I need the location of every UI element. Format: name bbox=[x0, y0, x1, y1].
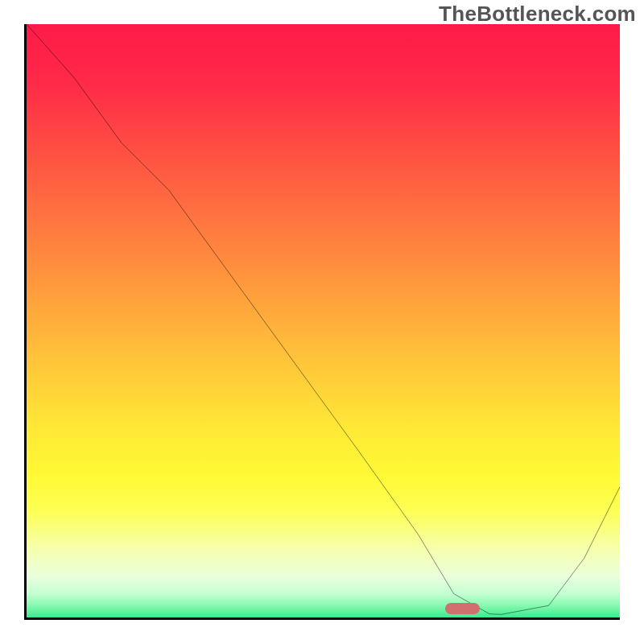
curve-path bbox=[27, 24, 620, 614]
optimal-marker bbox=[445, 603, 480, 614]
watermark-text: TheBottleneck.com bbox=[439, 2, 636, 27]
plot-area bbox=[24, 24, 620, 620]
bottleneck-curve bbox=[27, 24, 620, 617]
chart-stage: TheBottleneck.com bbox=[0, 0, 644, 644]
